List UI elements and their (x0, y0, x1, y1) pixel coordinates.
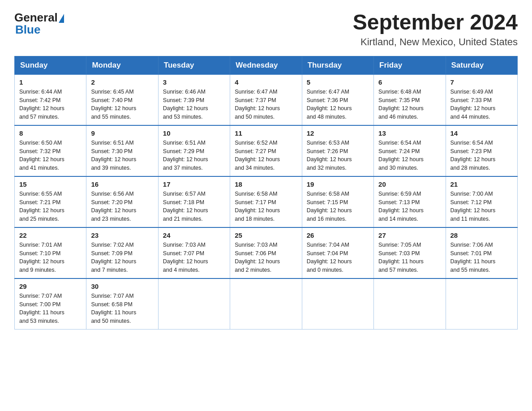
table-row: 6 Sunrise: 6:48 AMSunset: 7:35 PMDayligh… (374, 74, 446, 125)
day-info: Sunrise: 7:04 AMSunset: 7:04 PMDaylight:… (307, 242, 352, 273)
table-row: 16 Sunrise: 6:56 AMSunset: 7:20 PMDaylig… (86, 176, 158, 227)
calendar-title: September 2024 (353, 11, 518, 34)
day-number: 29 (19, 283, 82, 290)
day-number: 3 (163, 78, 225, 86)
day-info: Sunrise: 6:58 AMSunset: 7:17 PMDaylight:… (235, 191, 280, 222)
day-info: Sunrise: 7:03 AMSunset: 7:07 PMDaylight:… (163, 242, 208, 273)
day-number: 28 (450, 231, 513, 239)
calendar-week-row: 22 Sunrise: 7:01 AMSunset: 7:10 PMDaylig… (15, 227, 518, 278)
day-info: Sunrise: 7:01 AMSunset: 7:10 PMDaylight:… (19, 242, 64, 273)
table-row: 12 Sunrise: 6:53 AMSunset: 7:26 PMDaylig… (302, 125, 373, 176)
table-row: 15 Sunrise: 6:55 AMSunset: 7:21 PMDaylig… (15, 176, 86, 227)
day-info: Sunrise: 7:06 AMSunset: 7:01 PMDaylight:… (450, 242, 496, 273)
day-number: 10 (163, 129, 225, 137)
day-number: 8 (19, 129, 82, 137)
day-number: 27 (378, 231, 441, 239)
day-info: Sunrise: 6:55 AMSunset: 7:21 PMDaylight:… (19, 191, 64, 222)
calendar-week-row: 15 Sunrise: 6:55 AMSunset: 7:21 PMDaylig… (15, 176, 518, 227)
table-row (446, 278, 517, 330)
table-row: 7 Sunrise: 6:49 AMSunset: 7:33 PMDayligh… (446, 74, 517, 125)
table-row: 9 Sunrise: 6:51 AMSunset: 7:30 PMDayligh… (86, 125, 158, 176)
table-row: 22 Sunrise: 7:01 AMSunset: 7:10 PMDaylig… (15, 227, 86, 278)
table-row: 27 Sunrise: 7:05 AMSunset: 7:03 PMDaylig… (374, 227, 446, 278)
day-number: 6 (378, 78, 441, 86)
day-number: 21 (450, 180, 513, 188)
table-row (230, 278, 302, 330)
day-number: 20 (378, 180, 441, 188)
day-info: Sunrise: 6:48 AMSunset: 7:35 PMDaylight:… (378, 89, 424, 120)
day-info: Sunrise: 7:00 AMSunset: 7:12 PMDaylight:… (450, 191, 496, 222)
day-number: 1 (19, 78, 82, 86)
header-friday: Friday (374, 56, 446, 74)
day-number: 5 (307, 78, 369, 86)
day-info: Sunrise: 7:07 AMSunset: 6:58 PMDaylight:… (91, 293, 136, 324)
day-number: 7 (450, 78, 513, 86)
day-info: Sunrise: 7:02 AMSunset: 7:09 PMDaylight:… (91, 242, 136, 273)
day-info: Sunrise: 6:49 AMSunset: 7:33 PMDaylight:… (450, 89, 496, 120)
logo: General Blue (14, 11, 64, 37)
table-row: 14 Sunrise: 6:54 AMSunset: 7:23 PMDaylig… (446, 125, 517, 176)
table-row: 1 Sunrise: 6:44 AMSunset: 7:42 PMDayligh… (15, 74, 86, 125)
day-info: Sunrise: 6:46 AMSunset: 7:39 PMDaylight:… (163, 89, 208, 120)
day-info: Sunrise: 6:57 AMSunset: 7:18 PMDaylight:… (163, 191, 208, 222)
title-area: September 2024 Kirtland, New Mexico, Uni… (353, 11, 518, 48)
table-row: 5 Sunrise: 6:47 AMSunset: 7:36 PMDayligh… (302, 74, 373, 125)
table-row: 24 Sunrise: 7:03 AMSunset: 7:07 PMDaylig… (158, 227, 230, 278)
day-number: 30 (91, 283, 153, 290)
table-row: 30 Sunrise: 7:07 AMSunset: 6:58 PMDaylig… (86, 278, 158, 330)
day-info: Sunrise: 6:47 AMSunset: 7:37 PMDaylight:… (235, 89, 280, 120)
day-number: 11 (235, 129, 297, 137)
table-row: 3 Sunrise: 6:46 AMSunset: 7:39 PMDayligh… (158, 74, 230, 125)
day-number: 13 (378, 129, 441, 137)
location-subtitle: Kirtland, New Mexico, United States (353, 36, 518, 48)
day-info: Sunrise: 6:53 AMSunset: 7:26 PMDaylight:… (307, 140, 352, 171)
day-info: Sunrise: 6:45 AMSunset: 7:40 PMDaylight:… (91, 89, 136, 120)
day-number: 16 (91, 180, 153, 188)
table-row: 28 Sunrise: 7:06 AMSunset: 7:01 PMDaylig… (446, 227, 517, 278)
day-number: 22 (19, 231, 82, 239)
header-tuesday: Tuesday (158, 56, 230, 74)
table-row: 23 Sunrise: 7:02 AMSunset: 7:09 PMDaylig… (86, 227, 158, 278)
calendar-week-row: 29 Sunrise: 7:07 AMSunset: 7:00 PMDaylig… (15, 278, 518, 330)
table-row: 17 Sunrise: 6:57 AMSunset: 7:18 PMDaylig… (158, 176, 230, 227)
header-monday: Monday (86, 56, 158, 74)
day-info: Sunrise: 6:51 AMSunset: 7:30 PMDaylight:… (91, 140, 136, 171)
day-number: 17 (163, 180, 225, 188)
table-row: 8 Sunrise: 6:50 AMSunset: 7:32 PMDayligh… (15, 125, 86, 176)
table-row: 25 Sunrise: 7:03 AMSunset: 7:06 PMDaylig… (230, 227, 302, 278)
table-row: 2 Sunrise: 6:45 AMSunset: 7:40 PMDayligh… (86, 74, 158, 125)
table-row: 13 Sunrise: 6:54 AMSunset: 7:24 PMDaylig… (374, 125, 446, 176)
table-row (302, 278, 373, 330)
table-row (374, 278, 446, 330)
calendar-week-row: 8 Sunrise: 6:50 AMSunset: 7:32 PMDayligh… (15, 125, 518, 176)
day-info: Sunrise: 6:50 AMSunset: 7:32 PMDaylight:… (19, 140, 64, 171)
header-thursday: Thursday (302, 56, 373, 74)
page-header: General Blue September 2024 Kirtland, Ne… (14, 11, 518, 48)
day-info: Sunrise: 6:52 AMSunset: 7:27 PMDaylight:… (235, 140, 280, 171)
day-info: Sunrise: 6:56 AMSunset: 7:20 PMDaylight:… (91, 191, 136, 222)
day-number: 14 (450, 129, 513, 137)
table-row: 19 Sunrise: 6:58 AMSunset: 7:15 PMDaylig… (302, 176, 373, 227)
day-info: Sunrise: 6:54 AMSunset: 7:23 PMDaylight:… (450, 140, 496, 171)
calendar-table: Sunday Monday Tuesday Wednesday Thursday… (14, 56, 518, 330)
day-info: Sunrise: 7:05 AMSunset: 7:03 PMDaylight:… (378, 242, 424, 273)
day-info: Sunrise: 6:59 AMSunset: 7:13 PMDaylight:… (378, 191, 424, 222)
day-number: 18 (235, 180, 297, 188)
day-number: 9 (91, 129, 153, 137)
day-info: Sunrise: 7:03 AMSunset: 7:06 PMDaylight:… (235, 242, 280, 273)
day-number: 24 (163, 231, 225, 239)
header-wednesday: Wednesday (230, 56, 302, 74)
table-row: 29 Sunrise: 7:07 AMSunset: 7:00 PMDaylig… (15, 278, 86, 330)
day-number: 23 (91, 231, 153, 239)
table-row: 26 Sunrise: 7:04 AMSunset: 7:04 PMDaylig… (302, 227, 373, 278)
day-number: 19 (307, 180, 369, 188)
day-info: Sunrise: 6:58 AMSunset: 7:15 PMDaylight:… (307, 191, 352, 222)
day-number: 26 (307, 231, 369, 239)
day-info: Sunrise: 6:51 AMSunset: 7:29 PMDaylight:… (163, 140, 208, 171)
table-row: 20 Sunrise: 6:59 AMSunset: 7:13 PMDaylig… (374, 176, 446, 227)
calendar-week-row: 1 Sunrise: 6:44 AMSunset: 7:42 PMDayligh… (15, 74, 518, 125)
header-sunday: Sunday (15, 56, 86, 74)
day-info: Sunrise: 7:07 AMSunset: 7:00 PMDaylight:… (19, 293, 64, 324)
day-number: 15 (19, 180, 82, 188)
table-row: 10 Sunrise: 6:51 AMSunset: 7:29 PMDaylig… (158, 125, 230, 176)
